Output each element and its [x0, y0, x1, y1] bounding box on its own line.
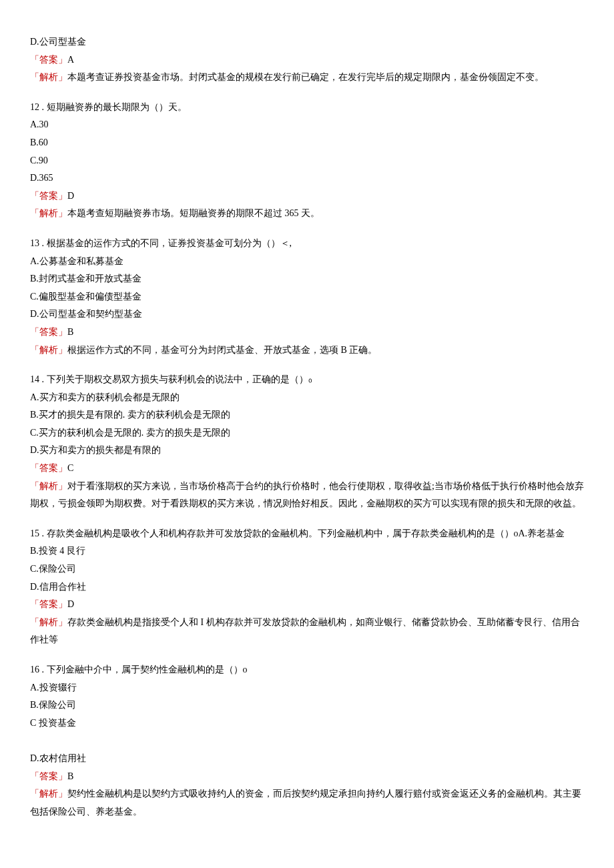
- analysis-line: 「解析」本题考查短期融资券市场。短期融资券的期限不超过 365 天。: [30, 205, 584, 223]
- answer-label: 「答案」: [30, 327, 67, 337]
- answer-line: 「答案」C: [30, 460, 584, 478]
- answer-label: 「答案」: [30, 55, 67, 65]
- question-option: C.偏股型基金和偏债型基金: [30, 288, 584, 306]
- question-block: 14 . 下列关于期权交易双方损失与获利机会的说法中，正确的是（）₀A.买方和卖…: [30, 371, 584, 513]
- analysis-text: 存款类金融机构是指接受个人和 I 机构存款并可发放贷款的金融机构，如商业银行、储…: [30, 617, 580, 645]
- question-block: 16 . 下列金融中介中，属于契约性金融机构的是（）oA.投资辍行B.保险公司C…: [30, 661, 584, 821]
- analysis-text: 契约性金融机构是以契约方式吸收持约人的资金，而后按契约规定承担向持约人履行赔付或…: [30, 789, 581, 817]
- question-option: B.买才的损失是有限的. 卖方的获利机会是无限的: [30, 406, 584, 424]
- question-option: D.公司型基金: [30, 33, 584, 51]
- analysis-line: 「解析」本题考查证券投资基金市场。封闭式基金的规模在发行前已确定，在发行完毕后的…: [30, 69, 584, 87]
- analysis-line: 「解析」契约性金融机构是以契约方式吸收持约人的资金，而后按契约规定承担向持约人履…: [30, 785, 584, 821]
- analysis-text: 对于看涨期权的买方来说，当市场价格高于合约的执行价格时，他会行使期权，取得收益;…: [30, 481, 584, 509]
- question-option: D.365: [30, 169, 584, 187]
- answer-label: 「答案」: [30, 599, 67, 609]
- question-block: 13 . 根据基金的运作方式的不同，证券投资基金可划分为（）＜,A.公募基金和私…: [30, 235, 584, 359]
- analysis-text: 本题考查短期融资券市场。短期融资券的期限不超过 365 天。: [67, 208, 320, 218]
- question-block: D.公司型基金「答案」A「解析」本题考查证券投资基金市场。封闭式基金的规模在发行…: [30, 33, 584, 87]
- question-option: C.90: [30, 152, 584, 170]
- question-option: B.投资 4 艮行: [30, 542, 584, 560]
- answer-value: B: [67, 327, 73, 337]
- analysis-line: 「解析」存款类金融机构是指接受个人和 I 机构存款并可发放贷款的金融机构，如商业…: [30, 614, 584, 649]
- question-option: B.封闭式基金和开放式基金: [30, 270, 584, 288]
- question-stem: 13 . 根据基金的运作方式的不同，证券投资基金可划分为（）＜,: [30, 235, 584, 253]
- answer-label: 「答案」: [30, 771, 67, 781]
- answer-value: A: [67, 55, 74, 65]
- analysis-label: 「解析」: [30, 345, 67, 355]
- answer-line: 「答案」D: [30, 187, 584, 205]
- analysis-label: 「解析」: [30, 617, 67, 627]
- analysis-text: 本题考查证券投资基金市场。封闭式基金的规模在发行前已确定，在发行完毕后的规定期限…: [67, 72, 544, 82]
- question-option: D.买方和卖方的损失都是有限的: [30, 442, 584, 460]
- question-option: A.公募基金和私募基金: [30, 253, 584, 271]
- question-option: B.保险公司: [30, 697, 584, 715]
- question-option: A.投资辍行: [30, 679, 584, 697]
- answer-value: D: [67, 599, 74, 609]
- analysis-line: 「解析」根据运作方式的不同，基金可分为封闭式基金、开放式基金，选项 B 正确。: [30, 342, 584, 360]
- question-option: A.30: [30, 116, 584, 134]
- analysis-line: 「解析」对于看涨期权的买方来说，当市场价格高于合约的执行价格时，他会行使期权，取…: [30, 478, 584, 513]
- question-stem: 16 . 下列金融中介中，属于契约性金融机构的是（）o: [30, 661, 584, 679]
- question-option: A.买方和卖方的获利机会都是无限的: [30, 389, 584, 407]
- question-stem: 14 . 下列关于期权交易双方损失与获利机会的说法中，正确的是（）₀: [30, 371, 584, 389]
- question-option: C.保险公司: [30, 560, 584, 578]
- question-option: B.60: [30, 134, 584, 152]
- analysis-text: 根据运作方式的不同，基金可分为封闭式基金、开放式基金，选项 B 正确。: [67, 345, 377, 355]
- answer-label: 「答案」: [30, 191, 67, 201]
- analysis-label: 「解析」: [30, 208, 67, 218]
- answer-value: D: [67, 191, 74, 201]
- answer-value: B: [67, 771, 73, 781]
- answer-line: 「答案」D: [30, 596, 584, 614]
- question-stem: 15 . 存款类金融机构是吸收个人和机构存款并可发放贷款的金融机构。下列金融机构…: [30, 525, 584, 543]
- question-option: D.农村信用社: [30, 750, 584, 768]
- question-option: D.公司型基金和契约型基金: [30, 306, 584, 324]
- analysis-label: 「解析」: [30, 481, 67, 491]
- question-block: 12 . 短期融资券的最长期限为（）天。A.30B.60C.90D.365「答案…: [30, 99, 584, 223]
- question-option: C.买方的获利机会是无限的. 卖方的损失是无限的: [30, 424, 584, 442]
- answer-line: 「答案」B: [30, 324, 584, 342]
- answer-label: 「答案」: [30, 463, 67, 473]
- answer-value: C: [67, 463, 73, 473]
- question-block: 15 . 存款类金融机构是吸收个人和机构存款并可发放贷款的金融机构。下列金融机构…: [30, 525, 584, 649]
- answer-line: 「答案」B: [30, 768, 584, 786]
- spacer: [30, 732, 584, 750]
- question-option: D.信用合作社: [30, 578, 584, 596]
- question-option: C 投资基金: [30, 715, 584, 733]
- analysis-label: 「解析」: [30, 72, 67, 82]
- analysis-label: 「解析」: [30, 789, 67, 799]
- question-stem: 12 . 短期融资券的最长期限为（）天。: [30, 99, 584, 117]
- answer-line: 「答案」A: [30, 51, 584, 69]
